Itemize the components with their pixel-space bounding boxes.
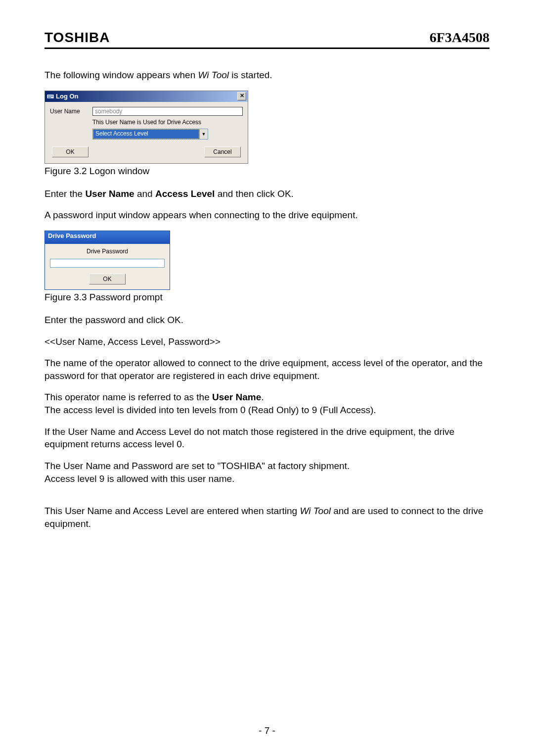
page-number: - 7 -: [0, 725, 534, 736]
user-name-label: User Name: [50, 108, 87, 115]
intro-text: The following window appears when Wi Too…: [44, 69, 490, 82]
access-level-placeholder: Select Access Level: [93, 129, 199, 139]
final-i1: Wi Tool: [300, 506, 330, 516]
un-b1: User Name: [212, 392, 261, 402]
enter-p3: and then click OK.: [215, 189, 293, 199]
chevron-down-icon[interactable]: ▼: [199, 129, 208, 139]
access-level-select[interactable]: Select Access Level ▼: [92, 129, 208, 140]
pwd-intro: A password input window appears when con…: [44, 209, 490, 222]
p-factory2: Access level 9 is allowed with this user…: [44, 472, 490, 485]
enter-p2: and: [134, 189, 155, 199]
enter-line: Enter the User Name and Access Level and…: [44, 188, 490, 200]
cancel-button[interactable]: Cancel: [204, 146, 241, 157]
document-code: 6F3A4508: [430, 30, 490, 46]
final-p1: This User Name and Access Level are ente…: [44, 506, 300, 516]
drive-password-titlebar: Drive Password: [45, 231, 170, 244]
page-header: TOSHIBA 6F3A4508: [44, 30, 490, 49]
logon-title-text: Log On: [56, 93, 79, 100]
drive-password-label: Drive Password: [50, 248, 165, 255]
brand-logo-text: TOSHIBA: [44, 30, 110, 46]
figure-3-2-caption: Figure 3.2 Logon window: [44, 166, 490, 177]
app-icon: [47, 94, 54, 99]
drive-password-ok-button[interactable]: OK: [89, 274, 126, 284]
intro-suffix: is started.: [229, 70, 272, 80]
close-button[interactable]: ✕: [237, 92, 246, 100]
un-p2: .: [261, 392, 264, 402]
user-name-input[interactable]: somebody: [92, 107, 243, 116]
p-enter-pwd: Enter the password and click OK.: [44, 314, 490, 327]
document-page: TOSHIBA 6F3A4508 The following window ap…: [0, 0, 534, 756]
logon-titlebar: Log On ✕: [45, 91, 248, 102]
p-desc: The name of the operator allowed to conn…: [44, 357, 490, 382]
enter-b1: User Name: [85, 189, 134, 199]
svg-rect-3: [48, 97, 51, 98]
svg-rect-2: [48, 96, 53, 97]
ok-button[interactable]: OK: [52, 146, 89, 157]
svg-rect-1: [48, 95, 53, 96]
tool-name: Wi Tool: [198, 70, 229, 80]
p-final: This User Name and Access Level are ente…: [44, 505, 490, 530]
p-bracket: <<User Name, Access Level, Password>>: [44, 335, 490, 348]
logon-dialog: Log On ✕ User Name somebody This User Na…: [44, 91, 248, 164]
p-levels: The access level is divided into ten lev…: [44, 404, 490, 417]
drive-password-input[interactable]: [50, 259, 165, 268]
enter-p1: Enter the: [44, 189, 85, 199]
figure-3-3-caption: Figure 3.3 Password prompt: [44, 292, 490, 303]
user-name-hint: This User Name is Used for Drive Access: [92, 119, 243, 126]
un-p1: This operator name is referred to as the: [44, 392, 212, 402]
drive-password-dialog: Drive Password Drive Password OK: [44, 231, 170, 290]
p-mismatch: If the User Name and Access Level do not…: [44, 425, 490, 451]
p-user-name-line: This operator name is referred to as the…: [44, 391, 490, 404]
intro-prefix: The following window appears when: [44, 70, 198, 80]
p-factory1: The User Name and Password are set to "T…: [44, 460, 490, 472]
enter-b2: Access Level: [155, 189, 215, 199]
